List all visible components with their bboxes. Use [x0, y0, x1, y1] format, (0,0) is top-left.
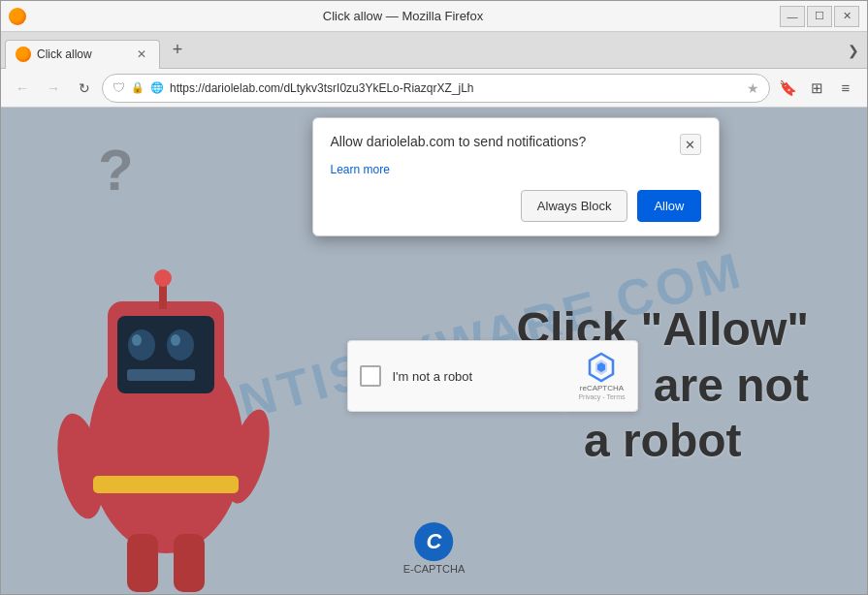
tab-close-button[interactable]: ✕: [134, 47, 149, 62]
recaptcha-links: Privacy - Terms: [578, 393, 625, 400]
recaptcha-widget: I'm not a robot reCAPTCHA Privacy - Term…: [347, 340, 638, 412]
shield-icon: 🛡: [113, 80, 125, 95]
ecaptcha-label: E-CAPTCHA: [403, 563, 466, 575]
window-title: Click allow — Mozilla Firefox: [26, 9, 780, 23]
url-icon: 🌐: [150, 81, 164, 94]
robot-illustration: [30, 166, 302, 594]
popup-title: Allow dariolelab.com to send notificatio…: [331, 134, 680, 149]
window-close-button[interactable]: ✕: [834, 6, 859, 27]
svg-rect-13: [174, 534, 205, 592]
tabbar: Click allow ✕ + ❯: [1, 32, 867, 69]
svg-point-3: [128, 329, 155, 360]
new-tab-button[interactable]: +: [164, 37, 191, 64]
learn-more-link[interactable]: Learn more: [331, 163, 701, 176]
browser-window: Click allow — Mozilla Firefox — ☐ ✕ Clic…: [0, 0, 868, 595]
bookmarks-button[interactable]: 🔖: [774, 75, 801, 102]
main-heading-line3: a robot: [516, 413, 809, 469]
forward-button[interactable]: →: [40, 75, 67, 102]
website-background: MYANTISPYWARE.COM ?: [1, 108, 867, 594]
browser-tab[interactable]: Click allow ✕: [5, 40, 160, 69]
ecaptcha-logo-icon: C: [415, 522, 454, 561]
svg-rect-7: [127, 369, 195, 381]
back-button[interactable]: ←: [9, 75, 36, 102]
popup-header: Allow dariolelab.com to send notificatio…: [331, 134, 701, 155]
svg-point-4: [167, 329, 194, 360]
titlebar: Click allow — Mozilla Firefox — ☐ ✕: [1, 1, 867, 32]
recaptcha-label: I'm not a robot: [393, 369, 567, 384]
popup-buttons: Always Block Allow: [331, 190, 701, 222]
titlebar-left: [9, 8, 26, 25]
svg-rect-14: [93, 476, 239, 493]
maximize-button[interactable]: ☐: [807, 6, 832, 27]
popup-close-button[interactable]: ✕: [680, 134, 701, 155]
tab-overflow-button[interactable]: ❯: [844, 39, 863, 62]
recaptcha-logo-icon: [586, 352, 617, 383]
minimize-button[interactable]: —: [780, 6, 805, 27]
svg-point-5: [132, 334, 142, 346]
titlebar-controls: — ☐ ✕: [780, 6, 859, 27]
address-bar[interactable]: 🛡 🔒 🌐 https://dariolelab.com/dLtykv3tsrI…: [102, 74, 770, 103]
allow-button[interactable]: Allow: [637, 190, 700, 222]
toolbar: ← → ↻ 🛡 🔒 🌐 https://dariolelab.com/dLtyk…: [1, 69, 867, 108]
svg-point-6: [171, 334, 180, 346]
recaptcha-terms-link[interactable]: Terms: [606, 393, 625, 400]
recaptcha-brand-label: reCAPTCHA: [580, 384, 624, 392]
url-display: https://dariolelab.com/dLtykv3tsrI0zu3Yk…: [170, 81, 741, 95]
recaptcha-privacy-link[interactable]: Privacy: [578, 393, 600, 400]
reload-button[interactable]: ↻: [71, 75, 98, 102]
extensions-button[interactable]: ⊞: [803, 75, 830, 102]
toolbar-actions: 🔖 ⊞ ≡: [774, 75, 859, 102]
notification-popup: Allow dariolelab.com to send notificatio…: [312, 117, 720, 236]
always-block-button[interactable]: Always Block: [521, 190, 628, 222]
content-area: MYANTISPYWARE.COM ?: [1, 108, 867, 594]
tab-favicon-icon: [16, 47, 31, 62]
ecaptcha-branding: C E-CAPTCHA: [403, 522, 466, 575]
recaptcha-logo-area: reCAPTCHA Privacy - Terms: [578, 352, 625, 400]
bookmark-star-icon[interactable]: ★: [747, 80, 759, 96]
more-menu-button[interactable]: ≡: [832, 75, 859, 102]
recaptcha-checkbox[interactable]: [360, 365, 381, 387]
firefox-logo-icon: [9, 8, 26, 25]
tab-title: Click allow: [37, 47, 128, 61]
svg-rect-12: [127, 534, 158, 592]
lock-icon: 🔒: [131, 81, 145, 94]
svg-point-9: [154, 269, 172, 287]
